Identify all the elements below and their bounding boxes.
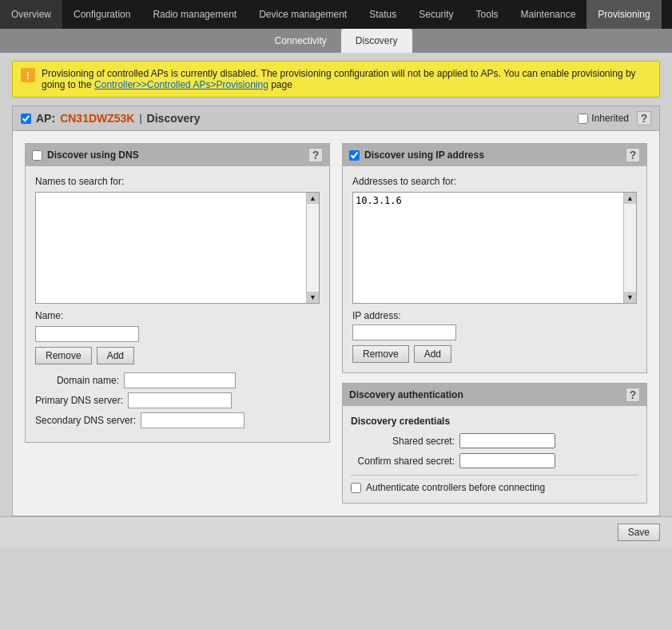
dns-help-button[interactable]: ? — [308, 148, 323, 162]
provisioning-link[interactable]: Controller>>Controlled APs>Provisioning — [94, 79, 268, 90]
auth-check-row: Authenticate controllers before connecti… — [351, 482, 638, 493]
warning-icon: ! — [21, 68, 35, 82]
secondary-dns-input[interactable] — [141, 412, 245, 428]
dns-section-header: Discover using DNS ? — [26, 144, 329, 166]
credentials-label: Discovery credentials — [351, 416, 638, 427]
confirm-secret-input[interactable] — [459, 453, 555, 468]
names-list-container: ▲ ▼ — [35, 192, 320, 304]
save-bar: Save — [0, 516, 672, 547]
secondary-dns-label: Secondary DNS server: — [35, 415, 136, 426]
addresses-label: Addresses to search for: — [352, 176, 456, 187]
name-field-label: Name: — [35, 310, 75, 321]
shared-secret-label: Shared secret: — [351, 436, 455, 447]
auth-divider — [351, 475, 638, 476]
ip-scroll-track — [624, 204, 636, 292]
ip-section: Discover using IP address ? Addresses to… — [342, 143, 647, 373]
names-label: Names to search for: — [35, 176, 124, 187]
auth-section-title: Discovery authentication — [349, 389, 463, 400]
ip-section-checkbox[interactable] — [349, 150, 360, 161]
dns-section-title: Discover using DNS — [47, 149, 139, 161]
help-button[interactable]: ? — [637, 111, 651, 125]
ip-section-body: Addresses to search for: 10.3.1.6 ▲ ▼ IP… — [343, 166, 646, 372]
warning-text: Provisioning of controlled APs is curren… — [42, 68, 651, 90]
top-navigation: Overview Configuration Radio management … — [0, 0, 672, 29]
ap-name: CN31DWZ53K — [60, 112, 134, 125]
domain-label: Domain name: — [35, 375, 119, 386]
nav-provisioning[interactable]: Provisioning — [587, 0, 661, 29]
auth-section-header: Discovery authentication ? — [343, 384, 646, 406]
names-textarea[interactable] — [36, 193, 306, 303]
nav-maintenance[interactable]: Maintenance — [510, 0, 587, 29]
sub-navigation: Connectivity Discovery — [0, 29, 672, 53]
inherited-label: Inherited — [578, 113, 629, 124]
ip-remove-button[interactable]: Remove — [352, 345, 409, 363]
auth-section: Discovery authentication ? Discovery cre… — [342, 383, 647, 504]
ap-label: AP: — [36, 112, 55, 125]
ap-section-title: Discovery — [147, 112, 201, 125]
nav-tools[interactable]: Tools — [465, 0, 510, 29]
name-input[interactable] — [35, 326, 139, 342]
names-scroll-track — [307, 204, 319, 292]
nav-configuration[interactable]: Configuration — [62, 0, 141, 29]
names-scroll-up[interactable]: ▲ — [307, 193, 319, 204]
subnav-discovery[interactable]: Discovery — [341, 29, 412, 53]
nav-security[interactable]: Security — [408, 0, 464, 29]
ip-scroll-up[interactable]: ▲ — [624, 193, 636, 204]
ip-list-textarea[interactable]: 10.3.1.6 — [353, 193, 623, 303]
ip-list-container: 10.3.1.6 ▲ ▼ — [352, 192, 637, 304]
ip-scroll-down[interactable]: ▼ — [624, 292, 636, 303]
nav-overview[interactable]: Overview — [0, 0, 62, 29]
ip-section-title: Discover using IP address — [364, 149, 484, 161]
dns-section-checkbox[interactable] — [32, 150, 42, 161]
ip-scrollbar: ▲ ▼ — [623, 193, 636, 303]
main-content: Discover using DNS ? Names to search for… — [12, 131, 660, 516]
confirm-secret-label: Confirm shared secret: — [351, 456, 455, 467]
inherited-checkbox[interactable] — [578, 113, 588, 124]
names-scrollbar: ▲ ▼ — [306, 193, 319, 303]
dns-fields: Domain name: Primary DNS server: Seconda… — [35, 372, 320, 428]
ip-help-button[interactable]: ? — [626, 148, 640, 162]
domain-input[interactable] — [124, 372, 236, 388]
dns-remove-button[interactable]: Remove — [35, 347, 92, 364]
subnav-connectivity[interactable]: Connectivity — [260, 29, 340, 53]
dns-section: Discover using DNS ? Names to search for… — [25, 143, 330, 443]
ap-separator: | — [139, 113, 141, 124]
ip-address-input[interactable] — [352, 324, 456, 340]
ap-header-checkbox[interactable] — [21, 113, 31, 124]
auth-section-body: Discovery credentials Shared secret: Con… — [343, 406, 646, 503]
dns-add-button[interactable]: Add — [97, 347, 134, 364]
warning-banner: ! Provisioning of controlled APs is curr… — [12, 61, 660, 98]
auth-help-button[interactable]: ? — [626, 388, 640, 402]
ip-field-label: IP address: — [352, 310, 400, 321]
ap-header-bar: AP: CN31DWZ53K | Discovery Inherited ? — [12, 105, 660, 131]
auth-checkbox[interactable] — [351, 483, 361, 493]
nav-device-management[interactable]: Device management — [248, 0, 358, 29]
dns-section-body: Names to search for: ▲ ▼ Name: — [26, 166, 329, 442]
shared-secret-input[interactable] — [459, 433, 555, 448]
ip-add-button[interactable]: Add — [414, 345, 451, 363]
auth-check-label: Authenticate controllers before connecti… — [366, 482, 545, 493]
primary-dns-label: Primary DNS server: — [35, 395, 123, 406]
primary-dns-input[interactable] — [128, 392, 232, 408]
names-scroll-down[interactable]: ▼ — [307, 292, 319, 303]
nav-radio-management[interactable]: Radio management — [141, 0, 248, 29]
save-button[interactable]: Save — [618, 524, 660, 541]
nav-status[interactable]: Status — [358, 0, 408, 29]
ip-section-header: Discover using IP address ? — [343, 144, 646, 166]
